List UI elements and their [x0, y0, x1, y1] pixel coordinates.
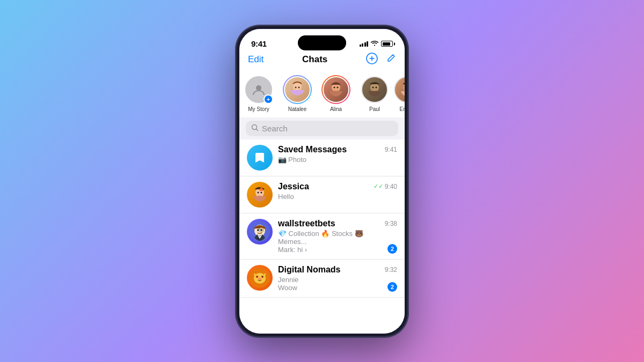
signal-bars-icon: [360, 41, 369, 47]
compose-icon[interactable]: [385, 53, 396, 66]
wsb-avatar: [247, 219, 273, 245]
nomads-time: 9:32: [385, 266, 397, 274]
wsb-name: wallstreetbets: [278, 219, 335, 228]
status-icons: [360, 40, 393, 48]
jessica-content: Jessica ✓✓ 9:40 Hello: [278, 182, 397, 201]
chat-list: Saved Messages 9:41 📷 Photo: [239, 139, 405, 334]
phone-screen: 9:41: [239, 29, 405, 334]
jessica-time-wrapper: ✓✓ 9:40: [374, 183, 397, 190]
wsb-preview-text: 💎 Collection 🔥 Stocks 🐻 Memes...: [278, 230, 385, 246]
emma-avatar: [394, 76, 405, 103]
saved-messages-time: 9:41: [385, 146, 397, 153]
search-input-wrapper[interactable]: Search: [246, 121, 398, 136]
signal-bar-2: [362, 43, 363, 47]
wsb-content: wallstreetbets 9:38 💎 Collection 🔥 Stock…: [278, 219, 397, 254]
story-alina[interactable]: Alina: [317, 75, 355, 112]
jessica-time: 9:40: [385, 183, 397, 190]
nomads-preview-line2: Woow: [278, 284, 385, 292]
saved-messages-avatar: [247, 145, 273, 171]
story-name-emma: Emma: [400, 106, 405, 112]
battery-fill: [383, 42, 390, 46]
status-time: 9:41: [251, 39, 267, 48]
nomads-header: Digital Nomads 9:32: [278, 265, 397, 275]
story-name-paul: Paul: [369, 106, 380, 112]
wsb-preview-line2: Mark: hi ›: [278, 246, 385, 254]
nomads-preview-wrapper: Jennie Woow: [278, 276, 385, 292]
svg-point-9: [337, 86, 339, 88]
svg-point-19: [261, 191, 262, 193]
jessica-avatar: [247, 182, 273, 208]
add-chat-icon[interactable]: [366, 53, 378, 67]
story-add-badge: +: [264, 94, 273, 104]
svg-point-31: [257, 276, 258, 277]
nomads-badge: 2: [387, 282, 397, 292]
stories-section: + My Story: [239, 71, 405, 117]
jessica-header: Jessica ✓✓ 9:40: [278, 182, 397, 191]
nav-actions: [366, 53, 396, 67]
chat-item-wsb[interactable]: wallstreetbets 9:38 💎 Collection 🔥 Stock…: [239, 213, 405, 260]
story-name-alina: Alina: [330, 106, 342, 112]
saved-messages-preview-text: Photo: [288, 156, 306, 164]
story-paul[interactable]: Paul: [355, 75, 394, 112]
nomads-content: Digital Nomads 9:32 Jennie Woow 2: [278, 265, 397, 292]
story-my-story[interactable]: + My Story: [239, 75, 278, 112]
chat-item-saved[interactable]: Saved Messages 9:41 📷 Photo: [239, 139, 405, 176]
story-name-natalee: Natalee: [288, 106, 306, 112]
my-story-avatar: +: [244, 75, 273, 104]
search-bar: Search: [239, 117, 405, 139]
search-placeholder: Search: [262, 124, 288, 133]
svg-point-33: [258, 278, 261, 280]
wsb-footer: 💎 Collection 🔥 Stocks 🐻 Memes... Mark: h…: [278, 230, 397, 254]
paul-avatar: [361, 76, 388, 103]
svg-point-6: [298, 86, 300, 88]
jessica-name: Jessica: [278, 182, 309, 191]
story-name-mystory: My Story: [248, 106, 269, 112]
svg-point-8: [334, 86, 335, 88]
edit-button[interactable]: Edit: [248, 54, 264, 65]
svg-point-18: [258, 191, 259, 193]
wsb-mark-text: Mark: hi ›: [278, 246, 307, 254]
battery-icon: [381, 41, 393, 47]
read-check-icon: ✓✓: [374, 183, 383, 190]
saved-messages-header: Saved Messages 9:41: [278, 145, 397, 154]
nomads-avatar: [247, 265, 273, 291]
signal-bar-3: [364, 42, 366, 47]
nomads-preview-line1: Jennie: [278, 276, 385, 284]
jessica-preview-text: Hello: [278, 193, 294, 201]
story-emma[interactable]: Emma: [394, 75, 405, 112]
paul-avatar-wrapper: [360, 75, 389, 104]
svg-point-32: [262, 276, 263, 277]
svg-point-25: [260, 229, 262, 231]
saved-messages-content: Saved Messages 9:41 📷 Photo: [278, 145, 397, 164]
nav-bar: Edit Chats: [239, 53, 405, 71]
search-icon: [251, 124, 259, 133]
alina-avatar: [323, 76, 349, 103]
svg-point-1: [256, 85, 261, 91]
wsb-preview-wrapper: 💎 Collection 🔥 Stocks 🐻 Memes... Mark: h…: [278, 230, 385, 254]
nomads-footer: Jennie Woow 2: [278, 276, 397, 292]
saved-messages-preview: 📷 Photo: [278, 156, 397, 164]
phone-wrapper: 9:41: [236, 26, 408, 337]
nomads-woow-text: Woow: [278, 284, 297, 292]
svg-point-5: [295, 86, 297, 88]
wifi-icon: [371, 40, 378, 48]
jessica-preview: Hello: [278, 193, 397, 201]
photo-emoji-icon: 📷: [278, 156, 287, 164]
svg-point-11: [372, 86, 374, 88]
wsb-badge: 2: [387, 244, 397, 254]
wsb-preview-line1: 💎 Collection 🔥 Stocks 🐻 Memes...: [278, 230, 385, 246]
wsb-header: wallstreetbets 9:38: [278, 219, 397, 228]
chat-item-jessica[interactable]: Jessica ✓✓ 9:40 Hello: [239, 176, 405, 213]
natalee-avatar-wrapper: [283, 75, 312, 104]
nomads-jennie-text: Jennie: [278, 276, 298, 284]
story-natalee[interactable]: Natalee: [278, 75, 317, 112]
signal-bar-4: [367, 41, 368, 47]
nomads-name: Digital Nomads: [278, 265, 340, 275]
chat-item-nomads[interactable]: Digital Nomads 9:32 Jennie Woow 2: [239, 260, 405, 298]
wsb-time: 9:38: [385, 220, 397, 227]
signal-bar-1: [360, 45, 361, 47]
natalee-avatar: [284, 76, 311, 103]
page-title: Chats: [302, 54, 327, 65]
svg-point-12: [376, 86, 377, 88]
emma-avatar-wrapper: [393, 75, 405, 104]
